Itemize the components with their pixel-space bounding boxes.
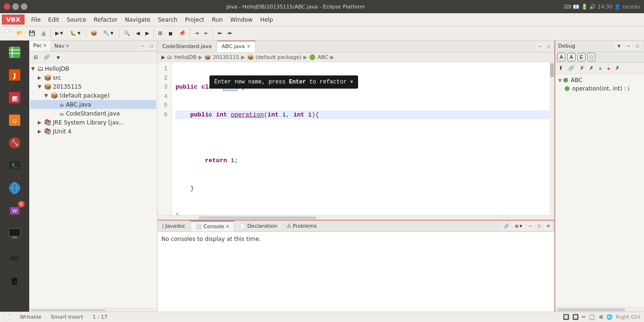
- menu-edit[interactable]: Edit: [44, 15, 63, 25]
- sidebar-java-icon[interactable]: J: [5, 65, 25, 85]
- right-tab-C[interactable]: E: [577, 53, 585, 61]
- tab-problems[interactable]: ⚠ Problems: [282, 221, 322, 231]
- menu-source[interactable]: Source: [63, 15, 90, 25]
- toolbar-forward-button[interactable]: ➡: [225, 29, 234, 38]
- tree-item-src[interactable]: ▶ 📦 src: [30, 73, 156, 82]
- menu-help[interactable]: Help: [256, 15, 276, 25]
- toolbar-indent-button[interactable]: ⇥: [192, 29, 201, 38]
- code-editor[interactable]: 1 2 3 4 5 6 public class ABC { public in…: [158, 62, 554, 215]
- tree-item-20135115[interactable]: ▼ 📦 20135115: [30, 82, 156, 91]
- editor-minimize-button[interactable]: ─: [536, 42, 544, 50]
- bottom-close-button[interactable]: ✕: [544, 222, 552, 230]
- tree-item-abc-java[interactable]: ☕ ABC.java: [30, 100, 156, 109]
- navigator-tab-close[interactable]: ✕: [66, 43, 69, 49]
- breadcrumb-hellojdb[interactable]: HelloJDB: [174, 54, 196, 60]
- sidebar-badge-icon[interactable]: 6 W: [5, 201, 25, 221]
- right-tb-btn6[interactable]: ●: [605, 64, 613, 73]
- toolbar-btn3[interactable]: 📦: [88, 29, 100, 38]
- breadcrumb-default-pkg[interactable]: (default package): [256, 54, 301, 60]
- toolbar-stop-button[interactable]: ⏹: [166, 29, 176, 38]
- toolbar-save-button[interactable]: 💾: [26, 29, 38, 38]
- pkg-maximize-button[interactable]: □: [148, 42, 155, 50]
- toolbar-outdent-button[interactable]: ⇤: [202, 29, 211, 38]
- right-tb-btn4[interactable]: ✗: [587, 64, 596, 73]
- status-icon5[interactable]: 🖥: [598, 314, 603, 320]
- right-tab-D[interactable]: □: [587, 53, 595, 61]
- bottom-btn2[interactable]: ⊕▼: [512, 222, 526, 230]
- right-tab-B[interactable]: A: [567, 53, 575, 61]
- tree-item-default-package[interactable]: ▼ 📦 (default package): [30, 91, 156, 100]
- tab-abc-close[interactable]: ✕: [247, 44, 251, 49]
- toolbar-print-button[interactable]: 🖨: [39, 29, 49, 38]
- tree-item-jre[interactable]: ▶ 📚 JRE System Library [jav...: [30, 118, 156, 127]
- bottom-link-button[interactable]: 🔗: [501, 222, 511, 230]
- tab-abc[interactable]: ABC.java ✕: [217, 41, 256, 52]
- toolbar-run-dropdown[interactable]: ▶▼: [53, 29, 67, 38]
- sidebar-terminal-icon[interactable]: $_: [5, 156, 25, 175]
- right-tree-item-operation[interactable]: operation(int, int) : i: [557, 84, 642, 93]
- minimize-button[interactable]: [12, 3, 19, 10]
- sidebar-presentation-icon[interactable]: 📊: [5, 88, 25, 107]
- tab-console[interactable]: ⬜ Console ✕: [190, 221, 234, 231]
- menu-file[interactable]: File: [27, 15, 44, 25]
- tree-item-junit[interactable]: ▶ 📚 JUnit 4: [30, 127, 156, 136]
- close-button[interactable]: [4, 3, 10, 10]
- toolbar-search-button[interactable]: 🔍: [121, 29, 133, 38]
- tab-declaration[interactable]: 📄 Declaration: [234, 221, 282, 231]
- tree-item-codestandard[interactable]: ☕ CodeStandard.java: [30, 109, 156, 118]
- sidebar-spreadsheet-icon[interactable]: [5, 42, 25, 62]
- menu-search[interactable]: Search: [154, 15, 181, 25]
- status-icon3[interactable]: ✏: [582, 314, 586, 320]
- toolbar-pin-button[interactable]: 📌: [176, 29, 188, 38]
- menu-refactor[interactable]: Refactor: [90, 15, 121, 25]
- right-tb-btn2[interactable]: 🔗: [566, 64, 577, 73]
- menu-navigate[interactable]: Navigate: [121, 15, 154, 25]
- sidebar-dark-box-icon[interactable]: [5, 246, 25, 266]
- right-tree-item-abc[interactable]: ▼ ABC: [557, 76, 642, 84]
- right-tab-A[interactable]: A: [557, 53, 565, 61]
- maximize-button[interactable]: [21, 3, 27, 10]
- breadcrumb-20135115[interactable]: 20135115: [213, 54, 239, 60]
- breadcrumb-abc[interactable]: ABC: [318, 54, 328, 60]
- package-tab[interactable]: Pac ✕: [29, 41, 50, 51]
- status-icon2[interactable]: 🔲: [572, 314, 579, 320]
- toolbar-open-button[interactable]: 📂: [14, 29, 25, 38]
- toolbar-btn4[interactable]: 🔧▼: [100, 29, 117, 38]
- package-tab-close[interactable]: ✕: [43, 43, 47, 48]
- toolbar-next-button[interactable]: ▶: [143, 29, 151, 38]
- pkg-collapse-button[interactable]: ⊟: [31, 53, 40, 62]
- debug-maximize-button[interactable]: □: [634, 42, 641, 50]
- status-icon1[interactable]: 🔲: [563, 314, 569, 320]
- sidebar-wrench-icon[interactable]: 🔧: [5, 133, 25, 153]
- pkg-panel-scrollbar[interactable]: [29, 308, 157, 312]
- toolbar-new-button[interactable]: 📄: [2, 29, 13, 38]
- pkg-dropdown-button[interactable]: ▼: [53, 53, 63, 62]
- sidebar-orange-icon[interactable]: U: [5, 110, 25, 130]
- vbx-button[interactable]: VBX: [2, 15, 25, 25]
- menu-run[interactable]: Run: [208, 15, 226, 25]
- tooltip-dropdown-icon[interactable]: ▼: [350, 79, 353, 85]
- toolbar-back-button[interactable]: ⬅: [215, 29, 224, 38]
- navigator-tab[interactable]: Nav ✕: [50, 41, 73, 51]
- editor-maximize-button[interactable]: □: [545, 42, 552, 50]
- status-icon6[interactable]: 🌐: [606, 314, 613, 320]
- menu-window[interactable]: Window: [226, 15, 256, 25]
- pkg-minimize-button[interactable]: ─: [139, 42, 147, 50]
- debug-dropdown-button[interactable]: ▼: [614, 42, 624, 50]
- sidebar-monitor-icon[interactable]: [5, 223, 25, 243]
- toolbar-prev-button[interactable]: ◀: [134, 29, 142, 38]
- right-tb-btn1[interactable]: ⬆: [556, 64, 565, 73]
- bottom-maximize-button[interactable]: □: [535, 222, 543, 230]
- toolbar-grid-button[interactable]: ⊞: [156, 29, 165, 38]
- tab-console-close[interactable]: ✕: [226, 224, 229, 229]
- right-tb-btn7[interactable]: ✗: [613, 64, 622, 73]
- editor-vscrollbar[interactable]: [550, 62, 554, 215]
- right-tb-btn5[interactable]: ●: [596, 64, 604, 73]
- bottom-minimize-button[interactable]: ─: [527, 222, 535, 230]
- sidebar-sphere-icon[interactable]: [5, 178, 25, 198]
- tab-javadoc[interactable]: J Javadoc: [158, 221, 190, 231]
- menu-project[interactable]: Project: [181, 15, 208, 25]
- sidebar-recycle-icon[interactable]: 🗑: [5, 271, 25, 290]
- debug-minimize-button[interactable]: ─: [625, 42, 633, 50]
- right-tb-btn3[interactable]: ✗: [577, 64, 586, 73]
